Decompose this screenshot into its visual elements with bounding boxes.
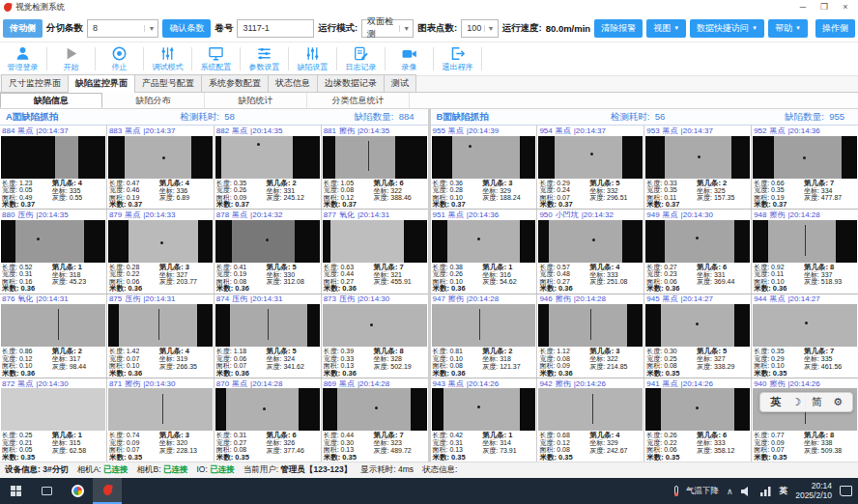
defect-cell[interactable]: 871擦伤|20:14:30长度: 0.74宽度: 0.09面积: 0.07米数… [107, 378, 214, 462]
data-access-menu-button[interactable]: 数据快捷访问▼ [690, 19, 764, 38]
defect-coord: 坐标: 320 [159, 439, 212, 447]
volume-icon[interactable] [741, 487, 753, 496]
defect-type: 压伤 [339, 294, 355, 305]
confirm-count-button[interactable]: 确认条数 [162, 19, 211, 38]
tab-5[interactable]: 边缘数据记录 [317, 74, 385, 92]
subtab-2[interactable]: 缺陷统计 [205, 93, 307, 108]
defect-cell[interactable]: 869黑点|20:14:28长度: 0.44宽度: 0.30面积: 0.13米数… [322, 378, 428, 462]
tray-expand-icon[interactable]: ∧ [727, 487, 733, 496]
defect-length: 长度: 1.18 [216, 348, 265, 355]
inspection-app-button[interactable] [93, 478, 122, 504]
defect-cell[interactable]: 875压伤|20:14:31长度: 1.42宽度: 0.07面积: 0.10米数… [107, 294, 214, 378]
start-button[interactable] [0, 478, 31, 504]
defect-cell[interactable]: 881擦伤|20:14:35长度: 1.05宽度: 0.08面积: 0.12米数… [322, 126, 428, 209]
defect-cell[interactable]: 943黑点|20:14:26长度: 0.42宽度: 0.31面积: 0.13米数… [431, 378, 538, 462]
minimize-button[interactable]: ─ [792, 0, 814, 14]
roll-number-input[interactable]: 3117-1 [237, 19, 314, 38]
defect-cell[interactable]: 879黑点|20:14:33长度: 0.28宽度: 0.22面积: 0.06米数… [107, 210, 214, 293]
defect-meter: 米数: 0.36 [109, 370, 157, 378]
start-button[interactable]: 开始 [48, 42, 94, 75]
run-mode-select[interactable]: 双面检测 ▼ [361, 19, 414, 38]
taskbar-lang-indicator[interactable]: 英 [780, 486, 788, 497]
defect-meter: 米数: 0.37 [754, 201, 802, 209]
defect-cell[interactable]: 944黑点|20:14:27长度: 0.35宽度: 0.29面积: 0.10米数… [752, 294, 858, 378]
subtab-1[interactable]: 缺陷分布 [102, 93, 205, 108]
stop-button[interactable]: 停止 [97, 42, 142, 75]
defect-cell[interactable]: 945黑点|20:14:27长度: 0.30宽度: 0.25面积: 0.08米数… [644, 294, 752, 378]
debug-mode-button[interactable]: 调试模式 [145, 42, 190, 75]
defect-cell[interactable]: 951黑点|20:14:36长度: 0.38宽度: 0.26面积: 0.10米数… [431, 210, 538, 293]
defect-strip: 第几条: 1 [52, 264, 104, 271]
defect-cell[interactable]: 873压伤|20:14:30长度: 0.39宽度: 0.33面积: 0.13米数… [322, 294, 428, 378]
defect-gray: 灰度: 62.58 [52, 447, 104, 455]
defect-coord: 坐标: 331 [697, 271, 749, 279]
defect-cell[interactable]: 942擦伤|20:14:26长度: 0.68宽度: 0.12面积: 0.08米数… [537, 378, 644, 462]
operator-side-button[interactable]: 操作侧 [815, 19, 855, 38]
ime-mode-button[interactable]: 简 [812, 395, 822, 409]
defect-id: 881 [324, 126, 336, 135]
help-menu-button[interactable]: 帮助▼ [768, 19, 808, 38]
subtab-0[interactable]: 缺陷信息 [0, 93, 102, 108]
close-button[interactable]: × [835, 0, 856, 14]
monitor-icon [208, 45, 224, 62]
ime-toolbar[interactable]: 英 ☽ 简 ⚙ [759, 392, 853, 412]
slit-count-select[interactable]: 8 ▼ [87, 19, 158, 38]
defect-cell[interactable]: 880压伤|20:14:35长度: 0.52宽度: 0.31面积: 0.16米数… [0, 210, 107, 293]
defect-cell[interactable]: 876氧化|20:14:31长度: 0.86宽度: 0.12面积: 0.10米数… [0, 294, 107, 378]
network-icon[interactable] [760, 487, 772, 496]
tab-2[interactable]: 产品型号配置 [134, 74, 202, 92]
thermometer-icon[interactable] [674, 486, 678, 496]
defect-cell[interactable]: 872黑点|20:14:30长度: 0.25宽度: 0.21面积: 0.05米数… [0, 378, 107, 462]
admin-login-button[interactable]: 管理登录 [0, 42, 45, 75]
tab-0[interactable]: 尺寸监控界面 [1, 74, 69, 92]
ime-lang-button[interactable]: 英 [770, 395, 781, 409]
defect-cell[interactable]: 882黑点|20:14:35长度: 0.35宽度: 0.26面积: 0.09米数… [214, 126, 322, 209]
tab-6[interactable]: 测试 [384, 74, 416, 92]
param-settings-button[interactable]: 参数设置 [242, 42, 287, 75]
tab-3[interactable]: 系统参数配置 [201, 74, 269, 92]
clear-alarm-button[interactable]: 清除报警 [594, 19, 643, 38]
tab-4[interactable]: 状态信息 [268, 74, 318, 92]
drive-side-button[interactable]: 传动侧 [3, 19, 43, 38]
defect-cell[interactable]: 874压伤|20:14:31长度: 1.18宽度: 0.06面积: 0.07米数… [214, 294, 322, 378]
defect-cell[interactable]: 955黑点|20:14:39长度: 0.36宽度: 0.28面积: 0.10米数… [431, 126, 538, 209]
maximize-button[interactable]: ❐ [814, 0, 835, 14]
defect-cell[interactable]: 949黑点|20:14:30长度: 0.27宽度: 0.23面积: 0.06米数… [644, 210, 752, 293]
defect-cell[interactable]: 870黑点|20:14:28长度: 0.31宽度: 0.27面积: 0.08米数… [214, 378, 322, 462]
defect-cell[interactable]: 884黑点|20:14:37长度: 1.23宽度: 0.05面积: 0.49米数… [0, 126, 107, 209]
exit-program-button[interactable]: 退出程序 [435, 42, 480, 75]
slit-count-label: 分切条数 [46, 22, 83, 35]
tab-1[interactable]: 缺陷监控界面 [68, 74, 135, 93]
defect-cell[interactable]: 940擦伤|20:14:26长度: 0.77宽度: 0.09面积: 0.07米数… [752, 378, 858, 462]
defect-strip: 第几条: 5 [267, 264, 319, 271]
defect-cell[interactable]: 877氧化|20:14:31长度: 0.63宽度: 0.44面积: 0.27米数… [322, 210, 428, 293]
defect-cell[interactable]: 953黑点|20:14:37长度: 0.33宽度: 0.35面积: 0.11米数… [644, 126, 752, 209]
view-menu-button[interactable]: 视图▼ [646, 19, 686, 38]
file-explorer-button[interactable] [31, 478, 62, 504]
defect-cell[interactable]: 941黑点|20:14:26长度: 0.26宽度: 0.22面积: 0.06米数… [644, 378, 752, 462]
moon-icon[interactable]: ☽ [791, 396, 801, 408]
defect-id: 944 [754, 294, 766, 303]
defect-cell[interactable]: 950小凹坑|20:14:32长度: 0.57宽度: 0.48面积: 0.27米… [537, 210, 644, 293]
system-config-button[interactable]: 系统配置 [193, 42, 239, 75]
defect-cell[interactable]: 946擦伤|20:14:28长度: 1.12宽度: 0.08面积: 0.09米数… [537, 294, 644, 378]
notification-center-icon[interactable] [840, 486, 852, 496]
chart-points-select[interactable]: 100 ▼ [461, 19, 498, 38]
defect-cell[interactable]: 883黑点|20:14:37长度: 0.47宽度: 0.46面积: 0.19米数… [107, 126, 214, 209]
recording-button[interactable]: 录像 [386, 42, 432, 75]
defect-cell[interactable]: 954黑点|20:14:37长度: 0.29宽度: 0.24面积: 0.07米数… [537, 126, 644, 209]
defect-meter: 米数: 0.37 [216, 201, 265, 209]
subtab-3[interactable]: 分类信息统计 [307, 93, 410, 108]
gear-icon[interactable]: ⚙ [833, 396, 843, 408]
defect-cell[interactable]: 947擦伤|20:14:28长度: 0.81宽度: 0.10面积: 0.08米数… [431, 294, 538, 378]
clock[interactable]: 20:14 2025/2/10 [795, 482, 832, 501]
defect-settings-button[interactable]: 缺陷设置 [290, 42, 335, 75]
defect-time: |20:14:31 [143, 294, 175, 303]
defect-gray: 灰度: 502.19 [373, 363, 425, 371]
weather-text[interactable]: 气温下降 [686, 486, 719, 497]
log-record-button[interactable]: 日志记录 [338, 42, 384, 75]
defect-cell[interactable]: 948擦伤|20:14:28长度: 0.92宽度: 0.11面积: 0.10米数… [752, 210, 858, 293]
defect-cell[interactable]: 878黑点|20:14:32长度: 0.41宽度: 0.19面积: 0.08米数… [214, 210, 322, 293]
browser-button[interactable] [62, 478, 93, 504]
defect-cell[interactable]: 952黑点|20:14:36长度: 0.66宽度: 0.35面积: 0.19米数… [752, 126, 858, 209]
